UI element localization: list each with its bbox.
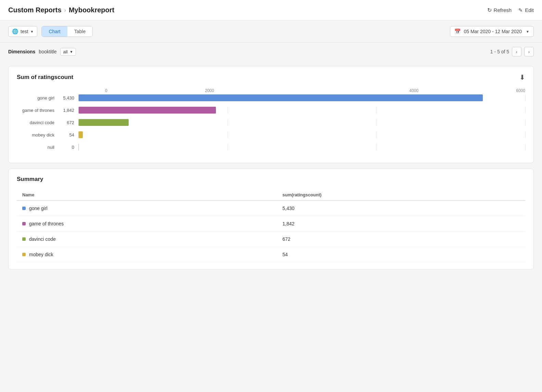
download-icon: ⬇	[519, 73, 525, 81]
color-indicator	[22, 253, 26, 256]
chevron-down-icon: ▼	[30, 30, 34, 34]
chart-bar-row: mobey dick54	[17, 131, 525, 138]
globe-icon: 🌐	[12, 28, 18, 35]
refresh-icon: ↻	[487, 7, 492, 13]
table-cell-name: davinci code	[17, 232, 277, 247]
bar-value: 672	[58, 120, 74, 125]
x-label-2000: 2000	[107, 88, 312, 93]
color-indicator	[22, 207, 26, 210]
refresh-button[interactable]: ↻ Refresh	[487, 7, 512, 13]
table-row: game of thrones1,842	[17, 216, 525, 232]
tab-table[interactable]: Table	[67, 26, 92, 37]
x-label-4000: 4000	[312, 88, 516, 93]
chevron-down-icon: ▼	[526, 30, 529, 34]
table-cell-value: 54	[277, 247, 525, 262]
dimension-field: booktitle	[39, 49, 56, 54]
next-page-button[interactable]: ›	[524, 47, 534, 56]
bar-fill	[79, 94, 483, 101]
calendar-icon: 📅	[454, 28, 461, 35]
dimensions-left: Dimensions booktitle all ▼	[8, 48, 76, 56]
bar-value: 54	[58, 132, 74, 138]
chart-bar-row: davinci code672	[17, 119, 525, 126]
bar-value: 5,430	[58, 95, 74, 101]
edit-button[interactable]: ✎ Edit	[518, 7, 534, 13]
x-label-0: 0	[105, 88, 107, 93]
col-name: Name	[17, 190, 277, 200]
summary-card-header: Summary	[17, 176, 525, 183]
chart-bar-row: gone girl5,430	[17, 94, 525, 101]
chart-bar-row: null0	[17, 144, 525, 151]
breadcrumb: Custom Reports › Mybookreport	[8, 6, 114, 14]
col-value: sum(ratingscount)	[277, 190, 525, 200]
table-row: davinci code672	[17, 232, 525, 247]
main-content: Sum of ratingscount ⬇ 0 2000 4000 6000 g…	[0, 61, 542, 275]
color-indicator	[22, 237, 26, 241]
toolbar: 🌐 test ▼ Chart Table 📅 05 Mar 2020 - 12 …	[0, 21, 542, 43]
header: Custom Reports › Mybookreport ↻ Refresh …	[0, 0, 542, 21]
color-indicator	[22, 222, 26, 225]
chart-card-header: Sum of ratingscount ⬇	[17, 73, 525, 81]
table-row: mobey dick54	[17, 247, 525, 262]
chart-bar-row: game of thrones1,842	[17, 107, 525, 114]
bar-fill	[79, 107, 216, 114]
table-cell-name: gone girl	[17, 200, 277, 216]
toolbar-left: 🌐 test ▼ Chart Table	[8, 26, 93, 37]
download-button[interactable]: ⬇	[519, 73, 525, 81]
breadcrumb-chevron: ›	[64, 7, 66, 13]
pagination: 1 - 5 of 5 ‹ ›	[490, 47, 534, 56]
bar-value: 1,842	[58, 108, 74, 113]
summary-title: Summary	[17, 176, 43, 183]
row-name: davinci code	[29, 236, 56, 242]
bar-track	[78, 119, 525, 126]
table-cell-value: 5,430	[277, 200, 525, 216]
x-label-6000: 6000	[516, 88, 525, 93]
dimensions-bar: Dimensions booktitle all ▼ 1 - 5 of 5 ‹ …	[0, 43, 542, 61]
bar-label: davinci code	[17, 120, 54, 125]
header-actions: ↻ Refresh ✎ Edit	[487, 7, 534, 13]
table-cell-value: 672	[277, 232, 525, 247]
chart-bars: gone girl5,430game of thrones1,842davinc…	[17, 94, 525, 151]
tab-chart[interactable]: Chart	[42, 26, 67, 37]
bar-label: gone girl	[17, 95, 54, 101]
bar-label: null	[17, 145, 54, 150]
bar-label: game of thrones	[17, 108, 54, 113]
table-row: gone girl5,430	[17, 200, 525, 216]
tab-group: Chart Table	[41, 26, 93, 37]
breadcrumb-sub: Mybookreport	[69, 6, 114, 14]
dimension-filter[interactable]: all ▼	[60, 48, 76, 56]
bar-track	[78, 107, 525, 114]
bar-track	[78, 144, 525, 151]
bar-track	[78, 94, 525, 101]
row-name: game of thrones	[29, 221, 64, 226]
row-name: mobey dick	[29, 252, 53, 257]
table-cell-name: mobey dick	[17, 247, 277, 262]
bar-fill	[79, 131, 83, 138]
chart-title: Sum of ratingscount	[17, 74, 73, 81]
env-selector[interactable]: 🌐 test ▼	[8, 26, 37, 37]
summary-table: Name sum(ratingscount) gone girl5,430gam…	[17, 190, 525, 262]
table-cell-name: game of thrones	[17, 216, 277, 232]
edit-icon: ✎	[518, 7, 523, 13]
chevron-down-icon: ▼	[70, 50, 73, 54]
bar-fill	[79, 119, 129, 126]
row-name: gone girl	[29, 206, 48, 211]
prev-page-button[interactable]: ‹	[512, 47, 521, 56]
date-range-selector[interactable]: 📅 05 Mar 2020 - 12 Mar 2020 ▼	[450, 26, 534, 37]
breadcrumb-main[interactable]: Custom Reports	[8, 6, 62, 14]
bar-value: 0	[58, 145, 74, 150]
table-cell-value: 1,842	[277, 216, 525, 232]
chart-x-labels: 0 2000 4000 6000	[105, 88, 525, 93]
bar-label: mobey dick	[17, 132, 54, 138]
bar-track	[78, 131, 525, 138]
summary-card: Summary Name sum(ratingscount) gone girl…	[8, 169, 534, 270]
dimensions-label: Dimensions	[8, 49, 35, 54]
chart-card: Sum of ratingscount ⬇ 0 2000 4000 6000 g…	[8, 66, 534, 163]
